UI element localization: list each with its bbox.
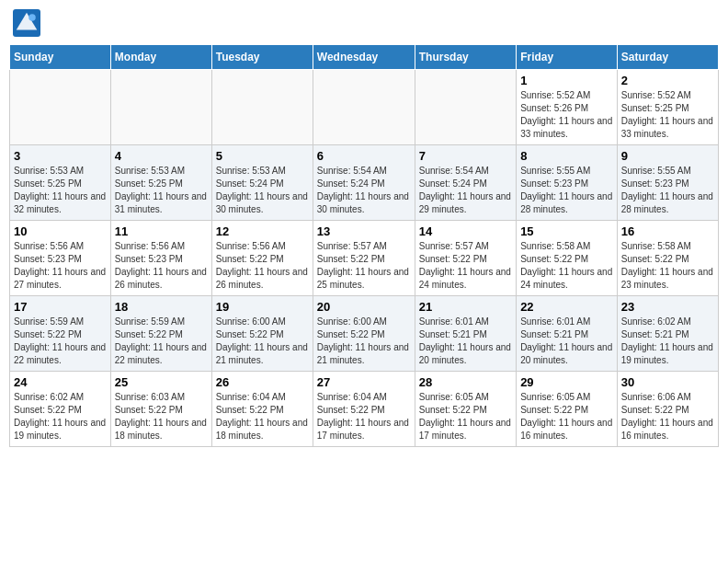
- day-number: 5: [216, 149, 309, 163]
- day-info: Sunrise: 6:01 AM Sunset: 5:21 PM Dayligh…: [520, 316, 613, 367]
- calendar-cell: [415, 70, 516, 145]
- calendar-cell: 17Sunrise: 5:59 AM Sunset: 5:22 PM Dayli…: [10, 296, 111, 372]
- day-info: Sunrise: 5:54 AM Sunset: 5:24 PM Dayligh…: [317, 165, 411, 216]
- calendar-cell: 15Sunrise: 5:58 AM Sunset: 5:22 PM Dayli…: [517, 221, 618, 296]
- calendar-cell: 8Sunrise: 5:55 AM Sunset: 5:23 PM Daylig…: [517, 145, 618, 221]
- logo-icon: [13, 9, 40, 37]
- day-number: 19: [216, 300, 309, 314]
- page-header: [9, 9, 719, 37]
- calendar-cell: [211, 70, 313, 145]
- day-info: Sunrise: 6:03 AM Sunset: 5:22 PM Dayligh…: [115, 391, 208, 442]
- week-row-1: 1Sunrise: 5:52 AM Sunset: 5:26 PM Daylig…: [10, 70, 719, 145]
- calendar-cell: 29Sunrise: 6:05 AM Sunset: 5:22 PM Dayli…: [517, 372, 618, 447]
- calendar-cell: 3Sunrise: 5:53 AM Sunset: 5:25 PM Daylig…: [10, 145, 111, 221]
- calendar-header-row: SundayMondayTuesdayWednesdayThursdayFrid…: [10, 45, 719, 70]
- day-number: 7: [419, 149, 512, 163]
- week-row-3: 10Sunrise: 5:56 AM Sunset: 5:23 PM Dayli…: [10, 221, 719, 296]
- day-info: Sunrise: 5:55 AM Sunset: 5:23 PM Dayligh…: [621, 165, 714, 216]
- calendar-cell: 11Sunrise: 5:56 AM Sunset: 5:23 PM Dayli…: [110, 221, 211, 296]
- calendar-cell: 23Sunrise: 6:02 AM Sunset: 5:21 PM Dayli…: [617, 296, 718, 372]
- day-number: 27: [317, 375, 411, 389]
- calendar-cell: 30Sunrise: 6:06 AM Sunset: 5:22 PM Dayli…: [617, 372, 718, 447]
- day-number: 24: [14, 375, 107, 389]
- day-number: 20: [317, 300, 411, 314]
- day-number: 12: [216, 224, 309, 238]
- week-row-4: 17Sunrise: 5:59 AM Sunset: 5:22 PM Dayli…: [10, 296, 719, 372]
- day-number: 26: [216, 375, 309, 389]
- day-info: Sunrise: 5:54 AM Sunset: 5:24 PM Dayligh…: [419, 165, 512, 216]
- calendar-cell: [313, 70, 415, 145]
- calendar-cell: 6Sunrise: 5:54 AM Sunset: 5:24 PM Daylig…: [313, 145, 415, 221]
- logo: [13, 9, 42, 37]
- day-info: Sunrise: 6:05 AM Sunset: 5:22 PM Dayligh…: [520, 391, 613, 442]
- week-row-5: 24Sunrise: 6:02 AM Sunset: 5:22 PM Dayli…: [10, 372, 719, 447]
- calendar-table: SundayMondayTuesdayWednesdayThursdayFrid…: [9, 44, 719, 447]
- day-number: 13: [317, 224, 411, 238]
- calendar-cell: 26Sunrise: 6:04 AM Sunset: 5:22 PM Dayli…: [211, 372, 313, 447]
- day-info: Sunrise: 5:58 AM Sunset: 5:22 PM Dayligh…: [621, 240, 714, 292]
- svg-point-2: [28, 14, 36, 21]
- day-info: Sunrise: 5:56 AM Sunset: 5:23 PM Dayligh…: [14, 240, 107, 292]
- day-number: 22: [520, 300, 613, 314]
- calendar-cell: 18Sunrise: 5:59 AM Sunset: 5:22 PM Dayli…: [110, 296, 211, 372]
- day-header-sunday: Sunday: [10, 45, 111, 70]
- day-number: 3: [14, 149, 107, 163]
- calendar-cell: 24Sunrise: 6:02 AM Sunset: 5:22 PM Dayli…: [10, 372, 111, 447]
- day-header-tuesday: Tuesday: [211, 45, 313, 70]
- day-info: Sunrise: 5:53 AM Sunset: 5:25 PM Dayligh…: [14, 165, 107, 216]
- day-info: Sunrise: 5:56 AM Sunset: 5:22 PM Dayligh…: [216, 240, 309, 292]
- day-info: Sunrise: 6:04 AM Sunset: 5:22 PM Dayligh…: [317, 391, 411, 442]
- day-header-monday: Monday: [110, 45, 211, 70]
- day-number: 28: [419, 375, 512, 389]
- calendar-cell: 9Sunrise: 5:55 AM Sunset: 5:23 PM Daylig…: [617, 145, 718, 221]
- calendar-cell: 14Sunrise: 5:57 AM Sunset: 5:22 PM Dayli…: [415, 221, 516, 296]
- day-info: Sunrise: 5:57 AM Sunset: 5:22 PM Dayligh…: [317, 240, 411, 292]
- day-number: 14: [419, 224, 512, 238]
- day-info: Sunrise: 5:59 AM Sunset: 5:22 PM Dayligh…: [14, 316, 107, 367]
- day-info: Sunrise: 5:53 AM Sunset: 5:25 PM Dayligh…: [115, 165, 208, 216]
- day-number: 4: [115, 149, 208, 163]
- calendar-cell: 12Sunrise: 5:56 AM Sunset: 5:22 PM Dayli…: [211, 221, 313, 296]
- day-number: 6: [317, 149, 411, 163]
- day-info: Sunrise: 6:02 AM Sunset: 5:22 PM Dayligh…: [14, 391, 107, 442]
- day-info: Sunrise: 5:55 AM Sunset: 5:23 PM Dayligh…: [520, 165, 613, 216]
- calendar-cell: 7Sunrise: 5:54 AM Sunset: 5:24 PM Daylig…: [415, 145, 516, 221]
- day-info: Sunrise: 6:05 AM Sunset: 5:22 PM Dayligh…: [419, 391, 512, 442]
- day-info: Sunrise: 5:52 AM Sunset: 5:25 PM Dayligh…: [621, 89, 714, 141]
- calendar-cell: 5Sunrise: 5:53 AM Sunset: 5:24 PM Daylig…: [211, 145, 313, 221]
- calendar-cell: 22Sunrise: 6:01 AM Sunset: 5:21 PM Dayli…: [517, 296, 618, 372]
- day-number: 16: [621, 224, 714, 238]
- day-info: Sunrise: 5:57 AM Sunset: 5:22 PM Dayligh…: [419, 240, 512, 292]
- day-info: Sunrise: 5:52 AM Sunset: 5:26 PM Dayligh…: [520, 89, 613, 141]
- day-number: 29: [520, 375, 613, 389]
- calendar-cell: [110, 70, 211, 145]
- day-number: 30: [621, 375, 714, 389]
- day-number: 10: [14, 224, 107, 238]
- calendar-cell: 27Sunrise: 6:04 AM Sunset: 5:22 PM Dayli…: [313, 372, 415, 447]
- calendar-cell: 10Sunrise: 5:56 AM Sunset: 5:23 PM Dayli…: [10, 221, 111, 296]
- calendar-cell: 25Sunrise: 6:03 AM Sunset: 5:22 PM Dayli…: [110, 372, 211, 447]
- day-info: Sunrise: 5:59 AM Sunset: 5:22 PM Dayligh…: [115, 316, 208, 367]
- day-info: Sunrise: 6:00 AM Sunset: 5:22 PM Dayligh…: [317, 316, 411, 367]
- day-info: Sunrise: 6:04 AM Sunset: 5:22 PM Dayligh…: [216, 391, 309, 442]
- day-info: Sunrise: 5:58 AM Sunset: 5:22 PM Dayligh…: [520, 240, 613, 292]
- day-number: 17: [14, 300, 107, 314]
- calendar-cell: 19Sunrise: 6:00 AM Sunset: 5:22 PM Dayli…: [211, 296, 313, 372]
- day-info: Sunrise: 5:56 AM Sunset: 5:23 PM Dayligh…: [115, 240, 208, 292]
- week-row-2: 3Sunrise: 5:53 AM Sunset: 5:25 PM Daylig…: [10, 145, 719, 221]
- calendar-cell: 2Sunrise: 5:52 AM Sunset: 5:25 PM Daylig…: [617, 70, 718, 145]
- calendar-cell: 21Sunrise: 6:01 AM Sunset: 5:21 PM Dayli…: [415, 296, 516, 372]
- day-header-saturday: Saturday: [617, 45, 718, 70]
- calendar-body: 1Sunrise: 5:52 AM Sunset: 5:26 PM Daylig…: [10, 70, 719, 447]
- calendar-cell: 4Sunrise: 5:53 AM Sunset: 5:25 PM Daylig…: [110, 145, 211, 221]
- calendar-cell: [10, 70, 111, 145]
- day-number: 2: [621, 74, 714, 87]
- calendar-cell: 13Sunrise: 5:57 AM Sunset: 5:22 PM Dayli…: [313, 221, 415, 296]
- day-info: Sunrise: 6:01 AM Sunset: 5:21 PM Dayligh…: [419, 316, 512, 367]
- day-number: 9: [621, 149, 714, 163]
- day-number: 18: [115, 300, 208, 314]
- day-header-thursday: Thursday: [415, 45, 516, 70]
- day-number: 21: [419, 300, 512, 314]
- day-number: 1: [520, 74, 613, 87]
- day-info: Sunrise: 5:53 AM Sunset: 5:24 PM Dayligh…: [216, 165, 309, 216]
